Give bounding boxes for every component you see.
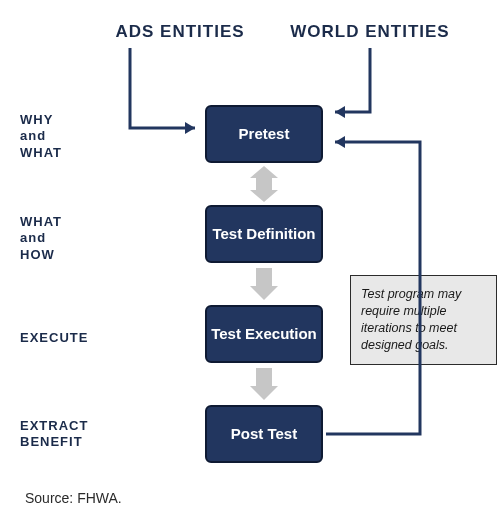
text: HOW [20,247,55,262]
text: BENEFIT [20,434,83,449]
arrow-testdef-to-testexec [250,268,278,300]
svg-marker-8 [250,386,278,400]
side-label-why-what: WHY and WHAT [20,112,110,161]
header-ads-entities: ADS ENTITIES [105,22,255,42]
svg-rect-2 [256,174,272,194]
stage-post-test: Post Test [205,405,323,463]
header-world-entities: WORLD ENTITIES [285,22,455,42]
text: EXTRACT [20,418,88,433]
side-label-what-how: WHAT and HOW [20,214,110,263]
text: and [20,128,46,143]
svg-marker-3 [250,166,278,178]
svg-marker-9 [335,136,345,148]
text: WHAT [20,145,62,160]
text: WHAT [20,214,62,229]
callout-iterations: Test program may require multiple iterat… [350,275,497,365]
svg-marker-1 [335,106,345,118]
diagram-canvas: ADS ENTITIES WORLD ENTITIES WHY and WHAT… [0,0,500,524]
source-citation: Source: FHWA. [25,490,122,506]
arrow-testexec-to-posttest [250,368,278,400]
stage-test-definition: Test Definition [205,205,323,263]
arrow-world-to-pretest [335,48,370,118]
stage-test-execution: Test Execution [205,305,323,363]
stage-pretest: Pretest [205,105,323,163]
svg-marker-6 [250,286,278,300]
text: WHY [20,112,53,127]
side-label-extract-benefit: EXTRACT BENEFIT [20,418,110,451]
text: and [20,230,46,245]
side-label-execute: EXECUTE [20,330,110,346]
svg-rect-5 [256,268,272,288]
arrow-ads-to-pretest [130,48,195,134]
arrow-pretest-testdef-bidir [250,166,278,202]
svg-marker-0 [185,122,195,134]
svg-rect-7 [256,368,272,388]
svg-marker-4 [250,190,278,202]
